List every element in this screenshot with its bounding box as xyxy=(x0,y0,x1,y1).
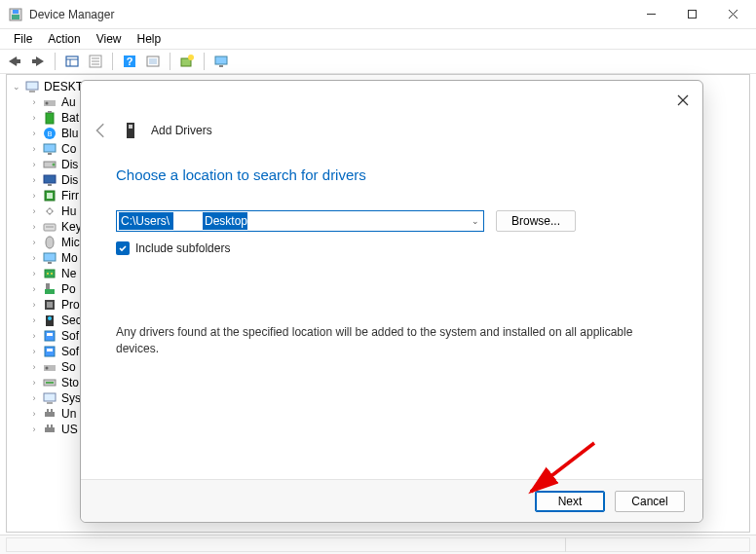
include-subfolders-label: Include subfolders xyxy=(135,241,230,255)
device-category-icon xyxy=(42,235,57,250)
path-combobox[interactable]: C:\Users\ Desktop ⌄ xyxy=(116,210,484,232)
expand-icon[interactable]: › xyxy=(28,392,40,404)
expand-icon[interactable]: › xyxy=(28,96,40,108)
svg-rect-46 xyxy=(46,283,50,289)
svg-rect-23 xyxy=(29,91,35,92)
device-category-icon xyxy=(42,203,57,219)
tree-item-label: Ne xyxy=(61,267,76,280)
include-subfolders-checkbox[interactable] xyxy=(116,241,130,255)
svg-point-44 xyxy=(47,273,49,275)
tree-item-label: Sto xyxy=(61,376,79,389)
show-hidden-icon[interactable] xyxy=(61,51,83,72)
expand-icon[interactable]: › xyxy=(28,299,40,311)
svg-rect-34 xyxy=(44,175,56,183)
svg-rect-26 xyxy=(46,113,54,124)
expand-icon[interactable]: › xyxy=(28,268,40,279)
svg-point-45 xyxy=(51,273,53,275)
svg-rect-35 xyxy=(48,184,52,186)
close-button[interactable] xyxy=(721,3,744,26)
device-category-icon xyxy=(42,266,57,281)
expand-icon[interactable]: › xyxy=(28,112,40,124)
expand-icon[interactable]: › xyxy=(28,190,40,202)
tree-item-label: Dis xyxy=(61,173,78,187)
path-part1: C:\Users\ xyxy=(119,214,171,228)
expand-icon[interactable]: › xyxy=(28,237,40,248)
svg-text:B: B xyxy=(48,130,53,137)
device-category-icon xyxy=(42,219,57,235)
tree-item-label: US xyxy=(61,423,78,436)
svg-point-25 xyxy=(46,102,49,105)
app-icon xyxy=(8,7,23,22)
menu-help[interactable]: Help xyxy=(130,30,170,48)
forward-icon[interactable] xyxy=(27,51,49,72)
tree-item-label: Co xyxy=(61,142,76,156)
tree-item-label: Hu xyxy=(61,204,76,218)
maximize-button[interactable] xyxy=(680,3,703,26)
next-button[interactable]: Next xyxy=(535,491,605,512)
device-category-icon xyxy=(42,141,57,157)
expand-icon[interactable]: › xyxy=(28,143,40,155)
svg-rect-53 xyxy=(47,333,53,336)
device-category-icon xyxy=(42,406,57,422)
device-category-icon xyxy=(42,359,57,375)
svg-point-38 xyxy=(48,209,52,213)
menu-file[interactable]: File xyxy=(6,30,40,48)
tree-item-label: Pro xyxy=(61,298,80,312)
expand-icon[interactable]: › xyxy=(28,361,40,373)
window-title: Device Manager xyxy=(29,8,639,21)
tree-item-label: Sof xyxy=(61,329,79,343)
device-category-icon xyxy=(42,110,57,126)
svg-rect-37 xyxy=(47,193,53,199)
tree-item-label: Key xyxy=(61,220,82,234)
collapse-icon[interactable]: ⌄ xyxy=(11,81,22,92)
chevron-down-icon[interactable]: ⌄ xyxy=(472,216,479,226)
device-category-icon xyxy=(42,281,57,297)
device-category-icon xyxy=(42,157,57,172)
add-driver-icon[interactable] xyxy=(176,51,198,72)
expand-icon[interactable]: › xyxy=(28,174,40,186)
properties-icon[interactable] xyxy=(85,51,106,72)
svg-rect-7 xyxy=(66,56,78,66)
expand-icon[interactable]: › xyxy=(28,346,40,357)
expand-icon[interactable]: › xyxy=(28,408,40,420)
svg-rect-41 xyxy=(44,253,56,261)
device-category-icon: B xyxy=(42,126,57,141)
scan-icon[interactable] xyxy=(142,51,164,72)
browse-button[interactable]: Browse... xyxy=(496,210,576,232)
dialog-close-button[interactable] xyxy=(673,91,693,110)
expand-icon[interactable]: › xyxy=(28,252,40,264)
expand-icon[interactable]: › xyxy=(28,424,40,435)
dialog-back-button[interactable] xyxy=(93,122,110,139)
svg-rect-42 xyxy=(48,262,52,264)
tree-item-label: Au xyxy=(61,95,76,109)
expand-icon[interactable]: › xyxy=(28,330,40,342)
help-icon[interactable]: ? xyxy=(119,51,140,72)
svg-point-19 xyxy=(188,55,194,60)
svg-rect-66 xyxy=(47,425,49,427)
menu-action[interactable]: Action xyxy=(40,30,88,48)
svg-rect-47 xyxy=(45,289,55,294)
tree-item-label: Mo xyxy=(61,251,78,265)
monitor-icon[interactable] xyxy=(210,51,232,72)
svg-point-57 xyxy=(46,367,49,370)
svg-rect-21 xyxy=(219,65,223,67)
svg-rect-30 xyxy=(44,144,56,152)
expand-icon[interactable]: › xyxy=(28,377,40,388)
back-icon[interactable] xyxy=(4,51,25,72)
tree-item-label: Un xyxy=(61,407,76,421)
device-category-icon xyxy=(42,313,57,328)
device-category-icon xyxy=(42,94,57,110)
statusbar xyxy=(0,535,756,554)
device-category-icon xyxy=(42,250,57,266)
expand-icon[interactable]: › xyxy=(28,314,40,326)
expand-icon[interactable]: › xyxy=(28,221,40,233)
device-category-icon xyxy=(42,297,57,313)
expand-icon[interactable]: › xyxy=(28,283,40,295)
expand-icon[interactable]: › xyxy=(28,159,40,170)
minimize-button[interactable] xyxy=(639,3,662,26)
cancel-button[interactable]: Cancel xyxy=(615,491,685,512)
expand-icon[interactable]: › xyxy=(28,128,40,139)
svg-rect-20 xyxy=(215,56,227,64)
expand-icon[interactable]: › xyxy=(28,205,40,217)
menu-view[interactable]: View xyxy=(89,30,130,48)
